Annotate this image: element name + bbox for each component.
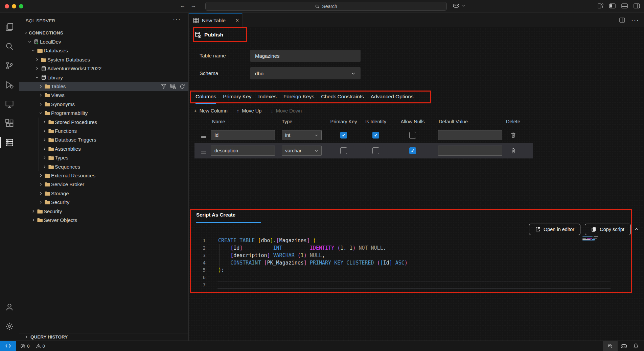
tree-item-databases[interactable]: Databases (19, 46, 188, 55)
tree-item-library[interactable]: Library (19, 73, 188, 82)
chevron-right-icon[interactable] (30, 209, 36, 214)
tree-item-system-databases[interactable]: System Databases (19, 55, 188, 64)
tree-item-programmability[interactable]: Programmability (19, 109, 188, 118)
command-center-search[interactable]: Search (205, 2, 447, 11)
tree-item-external-resources[interactable]: External Resources (19, 171, 188, 180)
tree-item-database-triggers[interactable]: Database Triggers (19, 135, 188, 144)
chevron-right-icon[interactable] (38, 200, 44, 204)
tree-item-assemblies[interactable]: Assemblies (19, 144, 188, 153)
split-editor-icon[interactable] (619, 18, 625, 23)
tree-item-types[interactable]: Types (19, 153, 188, 162)
chevron-down-icon[interactable] (23, 31, 29, 35)
tree-item-security[interactable]: Security (19, 207, 188, 216)
chevron-right-icon[interactable] (41, 147, 47, 151)
toggle-panel-icon[interactable] (621, 3, 628, 8)
tree-item-localdev[interactable]: LocalDev (19, 37, 188, 46)
chevron-right-icon[interactable] (41, 155, 47, 160)
default-value-input[interactable] (438, 146, 502, 156)
designer-tab-primary-key[interactable]: Primary Key (223, 92, 251, 104)
column-type-select[interactable]: varchar (282, 146, 322, 156)
designer-tab-foreign-keys[interactable]: Foreign Keys (283, 92, 314, 104)
chevron-right-icon[interactable] (41, 120, 47, 124)
chevron-right-icon[interactable] (38, 173, 44, 178)
drag-handle-icon[interactable] (201, 149, 207, 155)
tree-item-security[interactable]: Security (19, 198, 188, 206)
copilot-status-button[interactable] (618, 343, 630, 349)
is-identity-checkbox[interactable] (372, 147, 379, 154)
more-actions-icon[interactable]: ··· (173, 16, 181, 23)
chevron-down-icon[interactable] (34, 76, 40, 79)
query-history-section[interactable]: QUERY HISTORY (19, 333, 188, 341)
notifications-bell-button[interactable] (630, 343, 642, 349)
publish-button[interactable]: Publish (194, 28, 223, 41)
chevron-right-icon[interactable] (34, 57, 40, 62)
copy-script-button[interactable]: Copy script (585, 224, 631, 235)
chevron-down-icon[interactable] (38, 111, 44, 115)
tree-item-views[interactable]: Views (19, 91, 188, 100)
zoom-window-button[interactable] (19, 4, 23, 8)
primary-key-checkbox[interactable] (340, 132, 347, 139)
activity-item-source-control[interactable] (0, 56, 19, 75)
open-in-editor-button[interactable]: Open in editor (529, 224, 580, 235)
refresh-icon[interactable] (180, 84, 185, 89)
script-code-editor[interactable]: 1CREATE TABLE [dbo].[Magazines] (2 [Id] … (189, 237, 408, 289)
remote-indicator[interactable] (0, 341, 16, 351)
toggle-primary-sidebar-icon[interactable] (609, 3, 616, 8)
tree-item-tables[interactable]: Tables (19, 82, 188, 91)
allow-nulls-checkbox[interactable] (409, 132, 416, 139)
new-table-icon[interactable] (170, 83, 176, 89)
minimize-window-button[interactable] (12, 4, 16, 8)
primary-key-checkbox[interactable] (340, 147, 347, 154)
tree-item-storage[interactable]: Storage (19, 189, 188, 198)
delete-row-icon[interactable] (510, 148, 516, 155)
chevron-right-icon[interactable] (38, 93, 44, 97)
column-name-input[interactable] (211, 146, 275, 156)
new-column-button[interactable]: + New Column (194, 108, 228, 114)
tree-item-stored-procedures[interactable]: Stored Procedures (19, 118, 188, 126)
minimap[interactable] (582, 236, 605, 245)
activity-item-explorer[interactable] (0, 17, 19, 36)
chevron-down-icon[interactable] (26, 40, 32, 44)
navigate-back-icon[interactable]: ← (179, 2, 187, 9)
drag-handle-icon[interactable] (201, 134, 207, 140)
activity-item-settings[interactable] (0, 317, 19, 336)
chevron-right-icon[interactable] (30, 218, 36, 222)
delete-row-icon[interactable] (510, 132, 516, 140)
move-up-button[interactable]: ↑ Move Up (237, 108, 262, 114)
navigate-forward-icon[interactable]: → (189, 2, 198, 9)
default-value-input[interactable] (438, 130, 502, 140)
designer-tab-indexes[interactable]: Indexes (258, 92, 277, 104)
chevron-down-icon[interactable] (30, 49, 36, 52)
column-name-input[interactable] (211, 130, 275, 140)
chevron-right-icon[interactable] (41, 165, 47, 169)
chevron-right-icon[interactable] (38, 191, 44, 196)
move-down-button[interactable]: ↓ Move Down (271, 108, 302, 114)
tree-item-connections[interactable]: CONNECTIONS (19, 28, 188, 37)
customize-layout-icon[interactable] (598, 3, 603, 8)
allow-nulls-checkbox[interactable] (409, 147, 416, 154)
designer-tab-columns[interactable]: Columns (196, 92, 216, 104)
activity-item-remote-explorer[interactable] (0, 94, 19, 114)
copilot-menu[interactable] (453, 3, 465, 8)
chevron-right-icon[interactable] (38, 182, 44, 186)
chevron-right-icon[interactable] (38, 84, 44, 89)
tree-item-sequences[interactable]: Sequences (19, 162, 188, 171)
tab-new-table[interactable]: New Table × (189, 13, 243, 27)
chevron-right-icon[interactable] (41, 129, 47, 133)
close-tab-icon[interactable]: × (236, 18, 239, 24)
column-type-select[interactable]: int (282, 130, 322, 140)
activity-item-search[interactable] (0, 36, 19, 56)
activity-item-sql-server[interactable] (0, 133, 19, 152)
collapse-panel-chevron-icon[interactable] (634, 226, 639, 232)
tree-item-functions[interactable]: Functions (19, 126, 188, 135)
tree-item-adventureworkslt2022[interactable]: AdventureWorksLT2022 (19, 64, 188, 73)
tree-item-service-broker[interactable]: Service Broker (19, 180, 188, 189)
activity-item-extensions[interactable] (0, 114, 19, 133)
schema-select[interactable]: dbo (250, 67, 361, 79)
toggle-secondary-sidebar-icon[interactable] (634, 3, 640, 8)
designer-tab-check-constraints[interactable]: Check Constraints (321, 92, 364, 104)
chevron-right-icon[interactable] (38, 102, 44, 106)
is-identity-checkbox[interactable] (372, 132, 379, 139)
chevron-right-icon[interactable] (34, 66, 40, 71)
activity-item-run-and-debug[interactable] (0, 75, 19, 94)
